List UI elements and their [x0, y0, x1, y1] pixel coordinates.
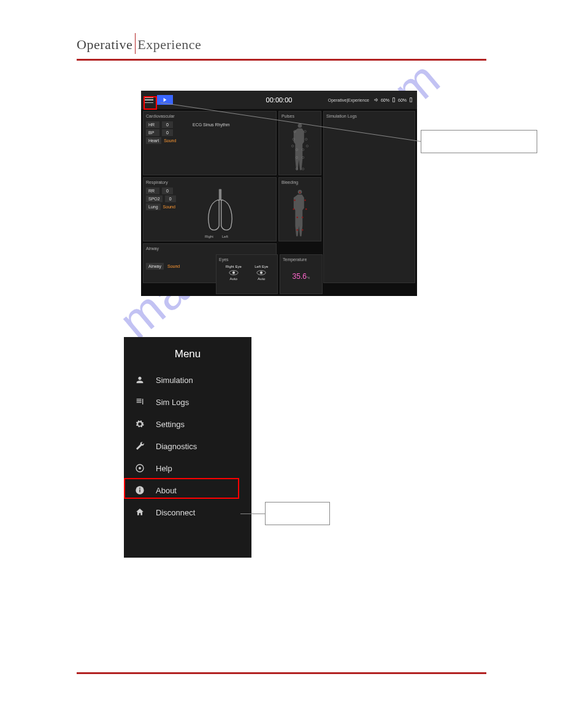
pulses-body-icon[interactable]: [289, 120, 310, 175]
menu-help-label: Help: [156, 464, 172, 473]
brand-part1: Operative: [77, 37, 132, 52]
menu-disconnect[interactable]: Disconnect: [124, 501, 251, 523]
footer-rule: [77, 672, 486, 674]
svg-point-17: [294, 199, 296, 201]
menu-simulation[interactable]: Simulation: [124, 369, 251, 391]
svg-point-5: [304, 131, 306, 132]
right-eye-auto: Auto: [230, 277, 237, 281]
topbar-status: 60% 60%: [374, 97, 413, 102]
eye-icon: [228, 270, 239, 276]
menu-settings-label: Settings: [156, 420, 185, 429]
screenshot-menu: Menu Simulation Sim Logs Settings Diagno…: [124, 337, 251, 558]
svg-rect-0: [393, 98, 394, 102]
logs-icon: [135, 397, 145, 407]
menu-help[interactable]: Help: [124, 457, 251, 479]
callout-line-2: [240, 514, 265, 514]
svg-point-23: [296, 229, 298, 231]
resp-panel: Respiratory RR0 SPO20 LungSound RightLef…: [143, 177, 277, 241]
battery1-icon: [391, 97, 396, 102]
svg-point-19: [293, 208, 295, 210]
help-icon: [135, 463, 145, 473]
svg-rect-1: [393, 97, 394, 98]
person-icon: [135, 375, 145, 385]
svg-point-7: [305, 138, 307, 140]
lung-sound: Sound: [163, 205, 175, 209]
gear-icon: [135, 419, 145, 429]
left-eye-label: Left Eye: [255, 265, 268, 268]
svg-point-15: [302, 168, 304, 170]
right-eye-label: Right Eye: [226, 265, 242, 268]
heart-sound: Sound: [164, 138, 176, 143]
simlog-panel: Simulation Logs: [323, 111, 415, 283]
left-eye[interactable]: Left Eye Auto: [255, 265, 268, 281]
screenshot-main: 00:00:00 Operative|Experience 60% 60% Ca…: [141, 91, 417, 296]
svg-point-18: [304, 199, 306, 201]
wrench-icon: [135, 441, 145, 451]
menu-simlogs-label: Sim Logs: [156, 398, 189, 407]
left-eye-auto: Auto: [258, 277, 265, 281]
menu-diagnostics-label: Diagnostics: [156, 442, 197, 451]
topbar-brand: Operative|Experience: [328, 98, 369, 102]
pulses-header: Pulses: [282, 114, 318, 120]
temp-panel: Temperature 35.6°c: [280, 254, 323, 294]
bp-row[interactable]: BP0: [146, 129, 274, 136]
battery2-icon: [408, 97, 413, 102]
menu-settings[interactable]: Settings: [124, 413, 251, 435]
airway-label[interactable]: Airway: [146, 263, 164, 270]
airway-sound: Sound: [167, 264, 180, 268]
highlight-hamburger: [144, 96, 157, 110]
timer: 00:00:00: [266, 96, 293, 104]
heart-row[interactable]: HeartSound: [146, 137, 274, 144]
topbar: 00:00:00 Operative|Experience 60% 60%: [141, 91, 417, 109]
svg-rect-3: [410, 97, 412, 98]
spo2-label: SPO2: [146, 195, 163, 202]
svg-point-26: [232, 271, 235, 274]
menu-diagnostics[interactable]: Diagnostics: [124, 435, 251, 457]
lung-label: Lung: [146, 203, 161, 210]
bleed-header: Bleeding: [282, 180, 318, 186]
svg-point-24: [302, 229, 304, 231]
temp-number: 35.6: [293, 272, 307, 281]
temp-header: Temperature: [283, 257, 320, 264]
rr-value: 0: [162, 188, 173, 194]
topbar-brand1: Operative: [328, 98, 347, 102]
page-header: Operative Experience: [77, 37, 486, 61]
callout-box-2: [265, 502, 330, 525]
heart-label: Heart: [146, 137, 161, 144]
temp-unit: °c: [307, 276, 310, 279]
menu-simlogs[interactable]: Sim Logs: [124, 391, 251, 413]
bleed-body-icon[interactable]: [289, 186, 310, 241]
lungs-right-label: Right: [205, 235, 213, 238]
menu-disconnect-label: Disconnect: [156, 508, 195, 517]
svg-rect-2: [410, 98, 412, 102]
menu-about[interactable]: About: [124, 479, 251, 501]
airway-header: Airway: [146, 246, 274, 252]
svg-point-9: [306, 145, 308, 147]
menu-title: Menu: [124, 337, 251, 369]
svg-point-28: [260, 271, 262, 274]
brand: Operative Experience: [77, 37, 201, 52]
spo2-value: 0: [165, 195, 176, 202]
eye-icon: [256, 270, 267, 276]
callout-box-1: [421, 130, 537, 153]
header-rule: [77, 59, 486, 61]
svg-point-16: [299, 192, 301, 194]
temp-value[interactable]: 35.6°c: [283, 272, 320, 281]
battery2-pct: 60%: [398, 98, 407, 102]
right-eye[interactable]: Right Eye Auto: [226, 265, 242, 281]
ecg-label: ECG Sinus Rhythm: [193, 123, 230, 127]
menu-simulation-label: Simulation: [156, 376, 193, 385]
svg-point-22: [302, 217, 304, 219]
simlog-header: Simulation Logs: [326, 114, 412, 120]
hr-label: HR: [146, 121, 159, 128]
battery1-pct: 60%: [381, 98, 389, 102]
rr-label: RR: [146, 188, 159, 194]
bp-value: 0: [162, 129, 173, 136]
brand-separator: [133, 37, 137, 52]
bp-label: BP: [146, 129, 159, 136]
highlight-about: [124, 478, 239, 499]
svg-point-21: [296, 217, 298, 219]
topbar-brand2: Experience: [348, 98, 369, 102]
cardio-panel: Cardiovascular HR0 BP0 HeartSound ECG Si…: [143, 111, 277, 175]
resp-header: Respiratory: [146, 180, 274, 186]
